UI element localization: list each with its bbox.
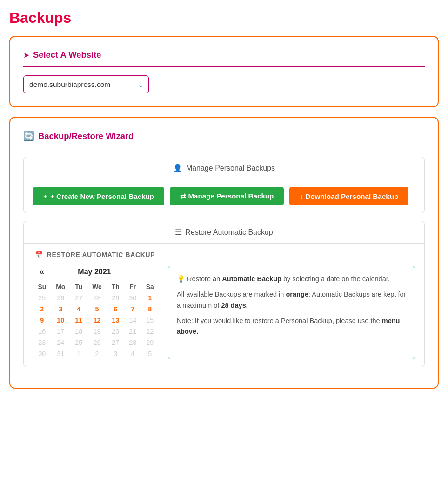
calendar-day-cell: 25 (33, 292, 51, 304)
calendar-day-cell[interactable]: 10 (51, 315, 71, 326)
calendar-day-cell: 26 (87, 337, 107, 348)
calendar-day-cell: 22 (141, 326, 159, 337)
website-select-wrapper: demo.suburbiapress.com ⌄ (23, 75, 149, 93)
calendar-day-cell[interactable]: 11 (70, 315, 87, 326)
wizard-icon: 🔄 (23, 131, 34, 141)
calendar-day-cell: 2 (87, 348, 107, 359)
plus-icon: + (43, 192, 47, 200)
calendar-day-cell: 16 (33, 326, 51, 337)
download-backup-label: ↓ Download Personal Backup (300, 192, 398, 200)
info-bold-menu: menu above. (177, 317, 400, 335)
calendar-day-cell[interactable]: 2 (33, 304, 51, 315)
calendar-body: 2526272829301234567891011121314151617181… (33, 292, 159, 359)
calendar-day-cell: 27 (107, 337, 125, 348)
calendar-day-header: Su (33, 281, 51, 292)
select-website-card: ➤ Select A Website demo.suburbiapress.co… (9, 36, 439, 107)
calendar-day-cell: 18 (70, 326, 87, 337)
calendar-info-row: « May 2021 SuMoTuWeThFrSa 25262728293012… (33, 266, 415, 359)
calendar-day-cell: 20 (107, 326, 125, 337)
calendar-day-cell[interactable]: 13 (107, 315, 125, 326)
calendar-day-cell: 29 (107, 292, 125, 304)
calendar-day-cell: 4 (124, 348, 141, 359)
calendar-day-cell[interactable]: 8 (141, 304, 159, 315)
manage-panel-header-text: Manage Personal Backups (186, 164, 275, 172)
calendar-day-cell[interactable]: 6 (107, 304, 125, 315)
calendar-day-cell: 30 (33, 348, 51, 359)
calendar-day-cell[interactable]: 3 (51, 304, 71, 315)
manage-personal-backups-panel: 👤 Manage Personal Backups + + Create New… (23, 157, 425, 213)
restore-panel-header-text: Restore Automatic Backup (185, 228, 273, 237)
calendar-week-row: 2345678 (33, 304, 159, 315)
restore-sub-header-text: RESTORE AUTOMATIC BACKUP (47, 251, 155, 258)
calendar-day-cell[interactable]: 5 (87, 304, 107, 315)
manage-panel-header: 👤 Manage Personal Backups (24, 157, 424, 179)
info-bold-orange: orange (286, 291, 308, 298)
calendar-day-cell: 21 (124, 326, 141, 337)
select-website-header: ➤ Select A Website (23, 50, 425, 60)
calendar-week-row: 23242526272829 (33, 337, 159, 348)
calendar-header-row: SuMoTuWeThFrSa (33, 281, 159, 292)
calendar-day-cell[interactable]: 4 (70, 304, 87, 315)
calendar-day-cell: 17 (51, 326, 71, 337)
pin-icon: ➤ (23, 51, 29, 59)
calendar-day-cell: 28 (124, 337, 141, 348)
calendar-day-cell: 1 (70, 348, 87, 359)
calendar-day-cell: 23 (33, 337, 51, 348)
download-personal-backup-button[interactable]: ↓ Download Personal Backup (289, 187, 408, 205)
backup-restore-wizard-card: 🔄 Backup/Restore Wizard 👤 Manage Persona… (9, 117, 439, 389)
calendar-day-header: We (87, 281, 107, 292)
manage-backup-label: ⇄ Manage Personal Backup (180, 192, 274, 200)
calendar-day-cell: 25 (70, 337, 87, 348)
calendar-day-cell: 3 (107, 348, 125, 359)
calendar-icon: 📅 (35, 251, 43, 258)
calendar-day-cell: 26 (51, 292, 71, 304)
restore-panel-body: 📅 RESTORE AUTOMATIC BACKUP « May 2021 Su… (24, 244, 424, 367)
info-line3: Note: If you would like to restore a Per… (177, 316, 406, 337)
calendar-day-cell[interactable]: 1 (141, 292, 159, 304)
restore-sub-header: 📅 RESTORE AUTOMATIC BACKUP (33, 251, 415, 258)
calendar-day-header: Sa (141, 281, 159, 292)
calendar-nav: « May 2021 (33, 266, 159, 277)
calendar-day-cell: 30 (124, 292, 141, 304)
calendar-week-row: 303112345 (33, 348, 159, 359)
create-new-backup-button[interactable]: + + Create New Personal Backup (33, 187, 164, 205)
restore-panel-header: ☰ Restore Automatic Backup (24, 221, 424, 244)
calendar-day-cell: 15 (141, 315, 159, 326)
calendar-day-header: Tu (70, 281, 87, 292)
calendar-month-label: May 2021 (78, 268, 111, 276)
calendar-day-cell[interactable]: 9 (33, 315, 51, 326)
lightbulb-icon: 💡 (177, 275, 185, 283)
calendar-day-cell: 14 (124, 315, 141, 326)
calendar-table: SuMoTuWeThFrSa 2526272829301234567891011… (33, 281, 159, 359)
calendar-week-row: 2526272829301 (33, 292, 159, 304)
calendar-week-row: 9101112131415 (33, 315, 159, 326)
calendar-day-cell: 27 (70, 292, 87, 304)
website-select[interactable]: demo.suburbiapress.com (23, 75, 149, 93)
info-bold-1: Automatic Backup (222, 275, 281, 283)
calendar-week-row: 16171819202122 (33, 326, 159, 337)
backup-buttons-row: + + Create New Personal Backup ⇄ Manage … (33, 187, 415, 205)
info-bold-28days: 28 days. (221, 302, 247, 309)
info-line1: 💡 Restore an Automatic Backup by selecti… (177, 274, 406, 284)
create-backup-label: + Create New Personal Backup (50, 192, 154, 200)
calendar-day-cell[interactable]: 7 (124, 304, 141, 315)
calendar-day-cell: 24 (51, 337, 71, 348)
person-icon: 👤 (173, 164, 182, 172)
calendar-wrapper: « May 2021 SuMoTuWeThFrSa 25262728293012… (33, 266, 159, 359)
calendar-day-cell: 28 (87, 292, 107, 304)
manage-panel-body: + + Create New Personal Backup ⇄ Manage … (24, 179, 424, 213)
calendar-day-cell: 5 (141, 348, 159, 359)
page-title: Backups (9, 9, 439, 26)
calendar-day-header: Mo (51, 281, 71, 292)
wizard-title: Backup/Restore Wizard (38, 131, 134, 141)
prev-month-button[interactable]: « (36, 266, 48, 277)
restore-automatic-backup-panel: ☰ Restore Automatic Backup 📅 RESTORE AUT… (23, 221, 425, 367)
restore-icon: ☰ (175, 228, 181, 237)
calendar-day-cell[interactable]: 12 (87, 315, 107, 326)
calendar-day-cell: 29 (141, 337, 159, 348)
info-line2: All available Backups are marked in oran… (177, 289, 406, 311)
calendar-day-header: Fr (124, 281, 141, 292)
manage-personal-backup-button[interactable]: ⇄ Manage Personal Backup (170, 187, 284, 205)
wizard-header: 🔄 Backup/Restore Wizard (23, 131, 425, 141)
calendar-day-header: Th (107, 281, 125, 292)
